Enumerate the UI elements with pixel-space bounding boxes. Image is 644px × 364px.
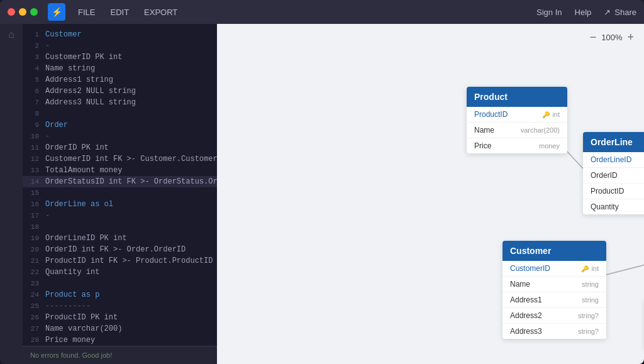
help-button[interactable]: Help — [575, 8, 592, 17]
code-line-22: 22 Quantity int — [23, 267, 217, 278]
menu-right: Sign In Help ↗ Share — [536, 8, 636, 17]
zoom-controls: − 100% + — [590, 31, 634, 43]
share-button[interactable]: ↗ Share — [604, 8, 636, 17]
code-line-9: 9 Order — [23, 119, 217, 131]
code-line-15: 15 — [23, 187, 217, 199]
orderline-entity-body: OrderLineID 🔑 int OrderID int ProductID … — [583, 152, 644, 214]
product-field-price: Price money — [467, 138, 567, 153]
product-entity-body: ProductID 🔑 int Name varchar(200) Price … — [467, 107, 567, 153]
customer-field-customerid: CustomerID 🔑 int — [502, 261, 606, 277]
app-window: ⚡ FILE EDIT EXPORT Sign In Help ↗ Share … — [0, 0, 644, 364]
customer-entity-header: Customer — [502, 241, 606, 261]
code-line-17: 17 - — [23, 210, 217, 221]
code-line-11: 11 OrderID PK int — [23, 142, 217, 153]
minimize-button[interactable] — [19, 8, 26, 16]
file-menu[interactable]: FILE — [78, 8, 95, 17]
product-entity[interactable]: Product ProductID 🔑 int Name varchar(200… — [467, 87, 567, 153]
code-line-20: 20 OrderID int FK >- Order.OrderID — [23, 244, 217, 255]
code-line-12: 12 CustomerID int FK >- Customer.Custome… — [23, 153, 217, 165]
code-line-28: 28 Price money — [23, 334, 217, 346]
traffic-lights — [8, 8, 38, 16]
main-content: ⌂ 1 Customer 2 - 3 CustomerID PK — [0, 24, 644, 364]
zoom-in-button[interactable]: + — [627, 31, 634, 43]
code-editor[interactable]: 1 Customer 2 - 3 CustomerID PK int 4 Nam… — [23, 24, 217, 346]
maximize-button[interactable] — [30, 8, 38, 16]
product-field-name: Name varchar(200) — [467, 123, 567, 138]
customer-entity-body: CustomerID 🔑 int Name string Address1 st… — [502, 261, 606, 339]
code-line-18: 18 — [23, 221, 217, 233]
er-canvas-area[interactable]: − 100% + Product — [217, 24, 644, 364]
orderline-field-orderlineid: OrderLineID 🔑 int — [583, 152, 644, 168]
edit-menu[interactable]: EDIT — [110, 8, 129, 17]
sidebar: ⌂ 1 Customer 2 - 3 CustomerID PK — [0, 24, 217, 364]
status-text: No errors found. Good job! — [30, 351, 112, 359]
orderline-field-orderid: OrderID int — [583, 168, 644, 184]
product-field-productid: ProductID 🔑 int — [467, 107, 567, 123]
customer-entity[interactable]: Customer CustomerID 🔑 int Name string Ad… — [502, 241, 606, 339]
orderline-entity[interactable]: OrderLine OrderLineID 🔑 int OrderID int … — [583, 132, 644, 214]
export-menu[interactable]: EXPORT — [144, 8, 177, 17]
code-line-13: 13 TotalAmount money — [23, 165, 217, 176]
code-line-27: 27 Name varchar(200) — [23, 323, 217, 334]
code-line-3: 3 CustomerID PK int — [23, 52, 217, 63]
code-panel: 1 Customer 2 - 3 CustomerID PK int 4 Nam… — [23, 24, 217, 364]
status-bar: No errors found. Good job! — [23, 346, 217, 364]
sign-in-button[interactable]: Sign In — [536, 8, 562, 17]
customer-field-address1: Address1 string — [502, 292, 606, 308]
svg-line-2 — [604, 244, 644, 275]
pk-icon: 🔑 — [581, 265, 589, 272]
code-line-4: 4 Name string — [23, 63, 217, 74]
menu-items: FILE EDIT EXPORT — [78, 8, 177, 17]
zoom-out-button[interactable]: − — [590, 31, 597, 43]
orderline-field-quantity: Quantity int — [583, 199, 644, 214]
orderline-entity-header: OrderLine — [583, 132, 644, 152]
code-line-14: 14 OrderStatusID int FK >- OrderStatus.O… — [23, 176, 217, 187]
code-line-6: 6 Address2 NULL string — [23, 85, 217, 97]
zoom-level: 100% — [601, 33, 622, 42]
customer-field-address3: Address3 string? — [502, 324, 606, 339]
code-line-2: 2 - — [23, 40, 217, 52]
code-line-10: 10 - — [23, 131, 217, 142]
customer-field-address2: Address2 string? — [502, 308, 606, 324]
app-logo: ⚡ — [48, 3, 65, 21]
code-line-16: 16 OrderLine as ol — [23, 199, 217, 210]
home-icon[interactable]: ⌂ — [8, 29, 14, 40]
code-line-7: 7 Address3 NULL string — [23, 97, 217, 108]
code-line-5: 5 Address1 string — [23, 74, 217, 85]
titlebar: ⚡ FILE EDIT EXPORT Sign In Help ↗ Share — [0, 0, 644, 24]
code-line-24: 24 Product as p — [23, 289, 217, 301]
icon-strip: ⌂ — [0, 24, 23, 364]
orderline-field-productid: ProductID int — [583, 184, 644, 199]
code-line-19: 19 OrderLineID PK int — [23, 233, 217, 244]
code-line-25: 25 ---------- — [23, 301, 217, 312]
product-entity-header: Product — [467, 87, 567, 107]
code-line-1: 1 Customer — [23, 29, 217, 40]
share-icon: ↗ — [604, 8, 611, 17]
customer-field-name: Name string — [502, 277, 606, 292]
code-line-26: 26 ProductID PK int — [23, 312, 217, 323]
code-line-21: 21 ProductID int FK >- Product.ProductID — [23, 255, 217, 267]
code-line-8: 8 — [23, 108, 217, 119]
pk-icon: 🔑 — [542, 111, 550, 118]
close-button[interactable] — [8, 8, 15, 16]
code-line-23: 23 — [23, 278, 217, 289]
